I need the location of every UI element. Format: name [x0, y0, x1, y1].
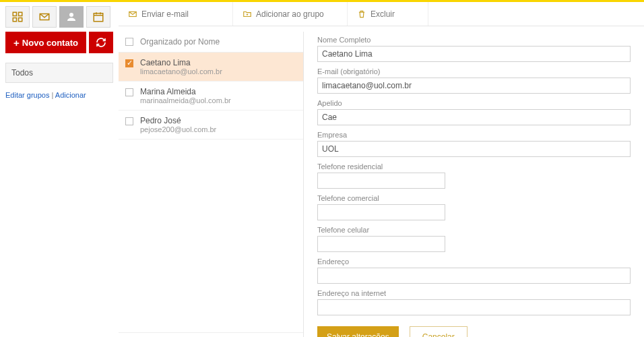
- contact-item[interactable]: Marina Almeidamarinaalmeida@uol.com.br: [119, 82, 303, 111]
- refresh-button[interactable]: [89, 32, 113, 53]
- svg-rect-1: [19, 12, 22, 16]
- contact-list-panel: Organizado por Nome Caetano Limalimacaet…: [119, 32, 304, 337]
- delete-button[interactable]: Excluir: [348, 2, 428, 26]
- address-label: Endereço: [317, 257, 631, 266]
- work-phone-input[interactable]: [317, 204, 445, 220]
- website-label: Endereço na internet: [317, 289, 631, 297]
- contact-checkbox[interactable]: [125, 59, 133, 67]
- sort-label[interactable]: Organizado por Nome: [140, 37, 220, 47]
- contact-email: pejose200@uol.com.br: [140, 125, 216, 133]
- apps-icon: [11, 11, 24, 23]
- full-name-input[interactable]: [317, 46, 631, 62]
- email-label: E-mail (obrigatório): [317, 67, 631, 75]
- address-input[interactable]: [317, 268, 631, 284]
- calendar-icon: [92, 11, 104, 23]
- svg-rect-6: [94, 13, 103, 22]
- email-input[interactable]: [317, 78, 631, 94]
- mobile-phone-label: Telefone celular: [317, 226, 631, 234]
- list-header: Organizado por Nome: [119, 32, 303, 53]
- contact-name: Caetano Lima: [140, 58, 222, 67]
- edit-groups-link[interactable]: Editar grupos: [5, 91, 49, 99]
- add-group-link[interactable]: Adicionar: [55, 91, 86, 99]
- contact-name: Pedro José: [140, 116, 216, 125]
- save-button[interactable]: Salvar alterações: [317, 326, 399, 337]
- mail-icon-button[interactable]: [32, 6, 57, 28]
- send-email-button[interactable]: Enviar e-mail: [119, 2, 233, 26]
- contact-name: Marina Almeida: [140, 87, 231, 96]
- mobile-phone-input[interactable]: [317, 236, 445, 252]
- sidebar: +Novo contato Todos Editar grupos | Adic…: [0, 2, 119, 337]
- person-icon: [65, 11, 77, 23]
- full-name-label: Nome Completo: [317, 36, 631, 44]
- mail-icon: [38, 11, 51, 23]
- website-input[interactable]: [317, 299, 631, 315]
- folder-add-icon: [243, 9, 252, 19]
- company-label: Empresa: [317, 131, 631, 139]
- home-phone-input[interactable]: [317, 173, 445, 189]
- contact-email: marinaalmeida@uol.com.br: [140, 96, 231, 104]
- trash-icon: [357, 9, 366, 19]
- svg-rect-3: [19, 18, 22, 22]
- svg-rect-2: [13, 18, 16, 22]
- select-all-checkbox[interactable]: [125, 38, 133, 46]
- nickname-label: Apelido: [317, 99, 631, 107]
- work-phone-label: Telefone comercial: [317, 194, 631, 202]
- refresh-icon: [96, 37, 106, 48]
- calendar-icon-button[interactable]: [86, 6, 110, 28]
- svg-rect-0: [13, 12, 16, 16]
- action-toolbar: Enviar e-mail Adicionar ao grupo Excluir: [119, 2, 644, 26]
- add-to-group-button[interactable]: Adicionar ao grupo: [233, 2, 348, 26]
- plus-icon: +: [13, 37, 20, 49]
- company-input[interactable]: [317, 141, 631, 157]
- contact-item[interactable]: Caetano Limalimacaetano@uol.com.br: [119, 53, 303, 82]
- contact-checkbox[interactable]: [125, 88, 133, 96]
- envelope-icon: [128, 9, 137, 19]
- all-contacts-folder[interactable]: Todos: [5, 63, 113, 83]
- nickname-input[interactable]: [317, 109, 631, 125]
- contact-form: Nome Completo E-mail (obrigatório) Apeli…: [304, 32, 644, 337]
- home-phone-label: Telefone residencial: [317, 162, 631, 171]
- contact-item[interactable]: Pedro Josépejose200@uol.com.br: [119, 111, 303, 140]
- cancel-button[interactable]: Cancelar: [410, 326, 468, 337]
- svg-point-5: [69, 13, 73, 17]
- contacts-icon-button[interactable]: [59, 6, 84, 28]
- contact-email: limacaetano@uol.com.br: [140, 67, 222, 75]
- contact-checkbox[interactable]: [125, 117, 133, 125]
- apps-icon-button[interactable]: [5, 6, 30, 28]
- new-contact-button[interactable]: +Novo contato: [5, 32, 86, 53]
